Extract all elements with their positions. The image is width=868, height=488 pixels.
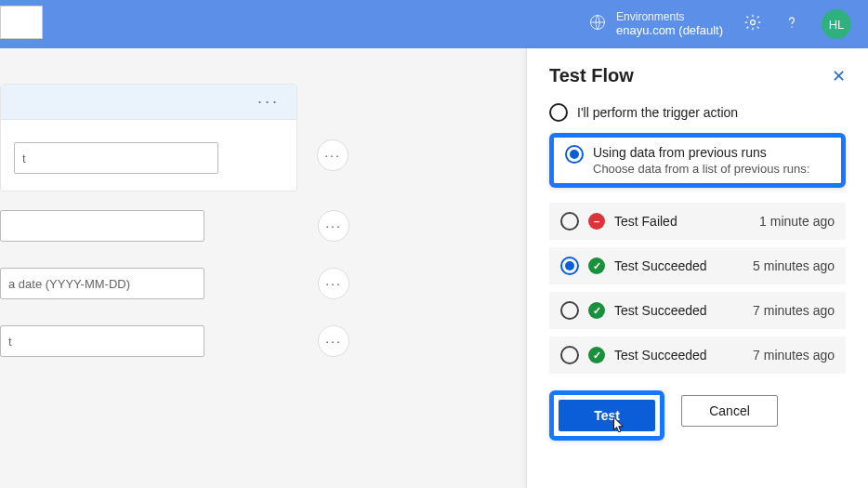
header-bar: Environments enayu.com (default) HL (0, 0, 868, 48)
close-icon[interactable]: ✕ (832, 66, 846, 86)
environment-selector[interactable]: Environments enayu.com (default) (588, 10, 723, 38)
highlight-previous-runs: Using data from previous runs Choose dat… (549, 133, 846, 188)
run-row[interactable]: ✓Test Succeeded7 minutes ago (549, 336, 846, 374)
step-more-button[interactable]: ··· (318, 268, 349, 299)
run-label: Test Succeeded (614, 258, 707, 273)
flow-step-card: ··· t ··· (0, 84, 297, 191)
status-succeeded-icon: ✓ (588, 347, 605, 363)
highlight-test-button: Test (549, 390, 664, 441)
ellipsis-icon[interactable]: ··· (257, 92, 280, 112)
cancel-button[interactable]: Cancel (681, 395, 778, 427)
avatar-initials: HL (829, 18, 845, 32)
radio-label: Using data from previous runs (593, 145, 809, 160)
run-row[interactable]: ✓Test Succeeded7 minutes ago (549, 292, 846, 329)
radio-label: I'll perform the trigger action (577, 105, 738, 120)
settings-gear-icon[interactable] (743, 13, 762, 35)
step-more-button[interactable]: ··· (317, 139, 349, 171)
environment-label: Environments (616, 10, 723, 23)
radio-icon (560, 346, 579, 364)
environment-value: enayu.com (default) (616, 23, 723, 38)
panel-title: Test Flow (549, 65, 634, 86)
previous-runs-list: –Test Failed1 minute ago✓Test Succeeded5… (549, 203, 846, 374)
test-flow-panel: Test Flow ✕ I'll perform the trigger act… (526, 48, 868, 488)
radio-icon (549, 103, 568, 122)
radio-option-previous[interactable]: Using data from previous runs Choose dat… (565, 145, 830, 176)
panel-button-row: Test Cancel (549, 390, 846, 441)
radio-option-manual[interactable]: I'll perform the trigger action (549, 103, 846, 122)
radio-icon (560, 301, 579, 320)
user-avatar[interactable]: HL (822, 9, 851, 39)
run-label: Test Succeeded (614, 348, 707, 363)
radio-sublabel: Choose data from a list of previous runs… (593, 162, 809, 176)
run-time: 1 minute ago (759, 214, 835, 229)
run-time: 7 minutes ago (753, 348, 835, 363)
step-input[interactable]: t (14, 142, 218, 174)
status-failed-icon: – (588, 213, 605, 230)
globe-icon (588, 13, 607, 34)
run-label: Test Failed (614, 214, 677, 229)
radio-icon (565, 145, 584, 164)
run-time: 7 minutes ago (753, 303, 835, 318)
flow-steps-area: ··· t ··· ··· a date (YYYY-MM-DD) ··· t … (0, 84, 297, 357)
step-input[interactable] (0, 210, 204, 242)
run-row[interactable]: –Test Failed1 minute ago (549, 203, 846, 240)
help-icon[interactable] (783, 13, 801, 35)
run-row[interactable]: ✓Test Succeeded5 minutes ago (549, 247, 846, 284)
step-more-button[interactable]: ··· (318, 325, 349, 357)
step-input[interactable]: a date (YYYY-MM-DD) (0, 268, 204, 299)
step-header: ··· (1, 85, 296, 120)
svg-point-2 (791, 26, 792, 27)
run-time: 5 minutes ago (753, 258, 835, 273)
svg-point-1 (751, 20, 756, 25)
status-succeeded-icon: ✓ (588, 257, 605, 274)
test-button[interactable]: Test (559, 400, 655, 431)
search-box[interactable] (0, 6, 43, 39)
step-input[interactable]: t (0, 325, 204, 357)
status-succeeded-icon: ✓ (588, 302, 605, 319)
run-label: Test Succeeded (614, 303, 707, 318)
radio-icon (560, 212, 579, 231)
radio-icon (560, 257, 579, 275)
step-more-button[interactable]: ··· (318, 210, 349, 242)
